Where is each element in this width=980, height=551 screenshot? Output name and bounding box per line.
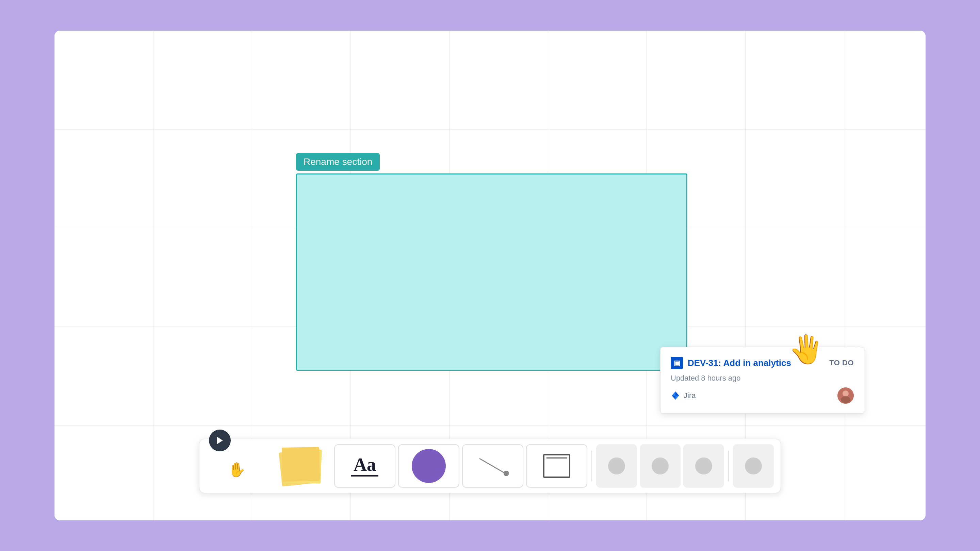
svg-point-2: [841, 396, 850, 403]
svg-marker-3: [217, 437, 223, 445]
toolbar: ✋ Aa: [199, 439, 781, 493]
hand-tool-icon[interactable]: ✋: [228, 461, 246, 478]
jira-card-title: DEV-31: Add in analytics: [688, 358, 791, 368]
text-tool-underline: [351, 475, 379, 476]
jira-card-footer: Jira: [671, 387, 854, 404]
line-tool[interactable]: [462, 444, 523, 488]
more-tool-3-icon: [695, 457, 712, 475]
more-tool-2[interactable]: [640, 444, 681, 488]
text-tool-label: Aa: [353, 456, 376, 474]
more-tool-2-icon: [652, 457, 669, 475]
more-tool-1-icon: [608, 457, 625, 475]
shape-circle-icon: [412, 449, 446, 483]
section-rectangle[interactable]: [296, 173, 687, 371]
frame-icon: [543, 454, 570, 478]
jira-card-header: ▣ DEV-31: Add in analytics TO DO: [671, 357, 854, 369]
more-tool-4-icon: [745, 457, 762, 475]
more-tool-4[interactable]: [733, 444, 774, 488]
jira-status-badge: TO DO: [829, 359, 854, 367]
toolbar-separator: [592, 451, 592, 481]
more-tool-3[interactable]: [683, 444, 724, 488]
more-tool-1[interactable]: [596, 444, 637, 488]
jira-logo-icon: [671, 391, 680, 400]
shape-tool[interactable]: [398, 444, 460, 488]
frame-tool[interactable]: [526, 444, 587, 488]
rename-section-label[interactable]: Rename section: [296, 153, 380, 171]
sticky-notes-tool[interactable]: [270, 444, 331, 488]
toolbar-separator-2: [728, 451, 729, 481]
sticky-note-front: [282, 447, 320, 482]
main-window: Rename section ▣ DEV-31: Add in analytic…: [54, 30, 926, 520]
jira-issue-icon: ▣: [671, 357, 683, 369]
svg-point-1: [843, 391, 849, 397]
jira-card[interactable]: ▣ DEV-31: Add in analytics TO DO Updated…: [660, 347, 864, 414]
jira-source: Jira: [671, 391, 695, 400]
text-tool[interactable]: Aa: [334, 444, 395, 488]
jira-assignee-avatar: [837, 387, 854, 404]
jira-card-updated: Updated 8 hours ago: [671, 374, 854, 383]
jira-title-group: ▣ DEV-31: Add in analytics: [671, 357, 791, 369]
jira-source-label: Jira: [684, 391, 695, 400]
